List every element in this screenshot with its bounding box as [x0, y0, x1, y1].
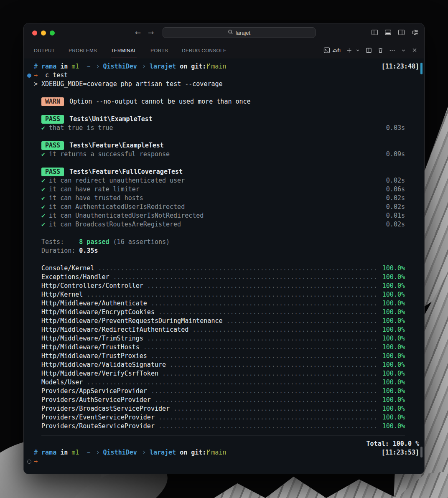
command-success-decoration [27, 74, 31, 78]
text-segment [90, 63, 94, 70]
text-segment: it can redirect unauthenticated user [49, 177, 185, 184]
test-case-line: ✔ it can BroadcastRoutesAreRegistered0.0… [34, 220, 419, 229]
text-segment: → [34, 457, 38, 465]
dot-leader: ........................................… [151, 387, 379, 396]
coverage-percent: 100.0% [382, 299, 405, 308]
tab-problems[interactable]: PROBLEMS [69, 43, 97, 58]
coverage-file: Http/Middleware/Authenticate [41, 299, 147, 308]
zoom-window-button[interactable] [50, 30, 55, 36]
coverage-row: Http/Kernel.............................… [34, 290, 419, 299]
scrollbar-thumb[interactable] [420, 447, 423, 457]
git-branch-icon [206, 63, 211, 70]
coverage-file: Providers/BroadcastServiceProvider [41, 404, 170, 413]
dot-leader: ........................................… [192, 325, 379, 334]
text-segment: it returns a successful response [49, 150, 170, 158]
blank-line [34, 255, 419, 264]
test-duration: 0.01s [386, 211, 405, 220]
coverage-row: Exceptions/Handler......................… [34, 273, 419, 282]
blank-line [34, 106, 419, 115]
tab-terminal[interactable]: TERMINAL [111, 43, 137, 58]
coverage-file: Http/Middleware/TrustProxies [41, 352, 147, 361]
kill-terminal-icon[interactable] [377, 47, 384, 53]
text-segment: → [34, 71, 38, 79]
text-segment [90, 449, 94, 456]
command-pending-decoration [27, 460, 31, 464]
more-actions-icon[interactable] [389, 47, 395, 53]
dot-leader: ........................................… [143, 343, 379, 352]
coverage-file: Http/Middleware/TrimStrings [41, 334, 143, 343]
coverage-percent: 100.0% [382, 387, 405, 396]
text-segment: ✔ [41, 203, 49, 211]
coverage-percent: 100.0% [382, 361, 405, 369]
text-segment [176, 449, 180, 456]
coverage-percent: 100.0% [382, 308, 405, 317]
shell-label: zsh [333, 47, 341, 53]
coverage-percent: 100.0% [382, 404, 405, 413]
text-segment: QisthiDev [103, 63, 137, 70]
test-suite-line: PASSTests\Feature\ExampleTest [34, 141, 419, 150]
text-segment: it can have rate limiter [49, 185, 140, 193]
split-terminal-icon[interactable] [366, 47, 372, 53]
coverage-row: Http/Middleware/Authenticate............… [34, 299, 419, 308]
text-segment: larajet [150, 63, 176, 70]
dot-leader: ........................................… [155, 396, 379, 404]
navigate-forward-icon[interactable]: → [148, 28, 154, 37]
text-segment [187, 63, 191, 70]
test-case-line: ✔ it can have trusted hosts0.02s [34, 194, 419, 203]
coverage-file: Providers/EventServiceProvider [41, 413, 155, 422]
text-segment: it can BroadcastRoutesAreRegistered [49, 221, 181, 228]
test-case-line: ✔ it can redirect unauthenticated user0.… [34, 176, 419, 185]
text-segment: rama [41, 449, 56, 456]
blank-line [34, 132, 419, 141]
text-segment: on [180, 449, 187, 456]
prompt-line: # rama in m1 ~ QisthiDev larajet on git:… [34, 62, 419, 71]
tab-debug-console[interactable]: DEBUG CONSOLE [182, 43, 227, 58]
text-segment: 0.35s [79, 247, 98, 254]
dot-leader: ........................................… [87, 378, 378, 387]
panel-tab-bar: OUTPUT PROBLEMS TERMINAL PORTS DEBUG CON… [24, 42, 424, 58]
toggle-secondary-sidebar-icon[interactable] [398, 29, 405, 36]
text-segment [68, 63, 71, 70]
text-segment: main [211, 449, 226, 456]
minimize-window-button[interactable] [41, 30, 46, 36]
close-panel-icon[interactable] [412, 47, 417, 53]
text-segment: that true is true [49, 124, 113, 132]
coverage-row: Http/Middleware/ValidateSignature.......… [34, 361, 419, 369]
customize-layout-icon[interactable] [411, 29, 418, 36]
terminal-toolbar: zsh [323, 42, 417, 58]
new-terminal-icon[interactable] [346, 47, 352, 53]
test-case-line: ✔ it can have rate limiter0.06s [34, 185, 419, 194]
terminal-instance[interactable]: zsh [323, 47, 341, 53]
coverage-file: Providers/AuthServiceProvider [41, 396, 151, 404]
tab-output[interactable]: OUTPUT [34, 43, 55, 58]
text-segment: it can AuthenticatedUserIsRedirected [49, 203, 185, 211]
coverage-row: Http/Middleware/PreventRequestsDuringMai… [34, 317, 419, 325]
coverage-row: Providers/AppServiceProvider............… [34, 387, 419, 396]
dot-leader: ........................................… [162, 369, 379, 378]
toggle-primary-sidebar-icon[interactable] [371, 29, 378, 36]
dot-leader: ........................................… [158, 413, 379, 422]
coverage-percent: 100.0% [382, 282, 405, 290]
tab-ports[interactable]: PORTS [150, 43, 168, 58]
close-window-button[interactable] [32, 30, 37, 36]
navigate-back-icon[interactable]: ← [135, 28, 141, 37]
blank-line [34, 89, 419, 97]
toggle-panel-icon[interactable] [384, 29, 392, 36]
text-segment: it can have trusted hosts [49, 194, 143, 202]
text-segment: (16 assertions) [109, 238, 170, 246]
expanded-command-line: > XDEBUG_MODE=coverage php artisan test … [34, 80, 419, 89]
coverage-row: Providers/AuthServiceProvider...........… [34, 396, 419, 404]
chevron-separator-icon [95, 451, 98, 454]
text-segment: c test [38, 71, 68, 79]
text-segment: ✔ [41, 177, 49, 184]
chevron-down-icon[interactable] [401, 48, 406, 53]
traffic-lights [32, 30, 55, 36]
chevron-down-icon[interactable] [355, 48, 360, 53]
coverage-percent: 100.0% [382, 273, 405, 282]
blank-line [34, 229, 419, 238]
coverage-row: Http/Controllers/Controller.............… [34, 282, 419, 290]
text-segment [176, 63, 180, 70]
dot-leader: ........................................… [113, 273, 379, 282]
coverage-percent: 100.0% [382, 378, 405, 387]
command-center-search[interactable]: larajet [163, 27, 316, 38]
